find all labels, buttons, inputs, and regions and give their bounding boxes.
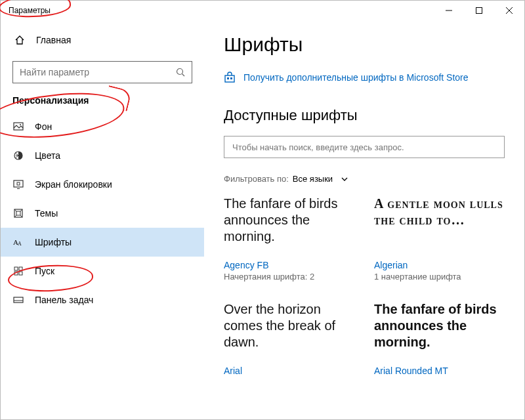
nav-list: ФонЦветаЭкран блокировкиТемыAAШрифтыПуск… (1, 112, 204, 314)
svg-rect-19 (19, 272, 22, 275)
home-label: Главная (36, 35, 71, 45)
font-name: Agency FB (224, 260, 354, 270)
font-card[interactable]: Over the horizon comes the break of dawn… (224, 301, 354, 377)
filter-label: Фильтровать по: (224, 174, 289, 184)
search-icon (176, 68, 185, 77)
font-meta: 1 начертание шрифта (374, 272, 505, 282)
svg-rect-11 (17, 182, 20, 185)
svg-rect-20 (14, 297, 23, 303)
svg-rect-17 (19, 267, 22, 270)
nav-item-label: Экран блокировки (35, 179, 112, 190)
nav-item[interactable]: Панель задач (1, 285, 204, 314)
filter-row[interactable]: Фильтровать по: Все языки (224, 174, 505, 184)
page-title: Шрифты (224, 33, 505, 56)
nav-item[interactable]: Цвета (1, 141, 204, 170)
font-name: Arial (224, 366, 354, 376)
svg-rect-1 (476, 8, 482, 14)
font-sample: The fanfare of birds announces the morni… (374, 301, 505, 359)
nav-item-label: Пуск (35, 266, 54, 276)
nav-item-label: Фон (35, 121, 52, 132)
font-card[interactable]: A gentle moon lulls the child to…Algeria… (374, 196, 505, 282)
sidebar: Главная Персонализация ФонЦветаЭкран бло… (1, 20, 204, 419)
category-title: Персонализация (1, 95, 204, 106)
nav-icon (12, 179, 24, 190)
nav-item[interactable]: Пуск (1, 257, 204, 285)
nav-icon (12, 208, 24, 219)
nav-icon (12, 295, 24, 305)
titlebar: Параметры (1, 1, 524, 20)
nav-item-label: Шрифты (35, 237, 72, 247)
store-link-label: Получить дополнительные шрифты в Microso… (243, 72, 469, 83)
window-controls (434, 1, 524, 20)
svg-rect-10 (17, 188, 20, 189)
filter-value: Все языки (293, 174, 333, 184)
settings-window: Параметры Главная Персонализация ФонЦве (0, 0, 525, 420)
font-name: Arial Rounded MT (374, 366, 505, 376)
font-grid: The fanfare of birds announces the morni… (224, 196, 505, 377)
nav-icon (12, 266, 24, 276)
font-name: Algerian (374, 260, 505, 270)
nav-item[interactable]: Темы (1, 199, 204, 228)
nav-icon (12, 150, 24, 161)
font-sample: A gentle moon lulls the child to… (374, 196, 505, 253)
nav-item-label: Цвета (35, 150, 60, 161)
svg-text:A: A (18, 241, 22, 247)
font-meta: Начертания шрифта: 2 (224, 272, 354, 282)
font-sample: Over the horizon comes the break of dawn… (224, 301, 354, 359)
nav-item[interactable]: Фон (1, 112, 204, 141)
svg-rect-13 (16, 211, 20, 215)
home-button[interactable]: Главная (1, 27, 204, 53)
svg-rect-24 (230, 77, 232, 79)
section-title: Доступные шрифты (224, 107, 505, 124)
svg-point-7 (20, 124, 21, 125)
get-more-fonts-link[interactable]: Получить дополнительные шрифты в Microso… (224, 72, 505, 83)
search-input[interactable] (20, 67, 176, 77)
font-card[interactable]: The fanfare of birds announces the morni… (224, 196, 354, 282)
font-search-box[interactable]: Чтобы начать поиск, введите здесь запрос… (224, 136, 505, 158)
nav-icon (12, 121, 24, 132)
search-settings[interactable] (12, 61, 192, 83)
nav-item-label: Темы (35, 208, 58, 219)
close-button[interactable] (494, 1, 524, 20)
font-sample: The fanfare of birds announces the morni… (224, 196, 354, 253)
font-card[interactable]: The fanfare of birds announces the morni… (374, 301, 505, 377)
maximize-button[interactable] (464, 1, 494, 20)
window-title: Параметры (9, 6, 51, 15)
nav-icon: AA (12, 237, 24, 247)
home-icon (14, 35, 26, 45)
svg-rect-22 (225, 75, 234, 82)
svg-rect-18 (14, 272, 18, 275)
nav-item[interactable]: Экран блокировки (1, 170, 204, 199)
svg-point-4 (177, 69, 183, 75)
store-icon (224, 72, 236, 83)
minimize-button[interactable] (434, 1, 464, 20)
chevron-down-icon (341, 175, 348, 183)
nav-item[interactable]: AAШрифты (1, 228, 204, 257)
svg-line-5 (182, 74, 185, 77)
svg-rect-16 (14, 267, 18, 270)
font-search-placeholder: Чтобы начать поиск, введите здесь запрос… (232, 142, 404, 152)
svg-rect-9 (14, 180, 23, 187)
svg-rect-23 (227, 77, 229, 79)
main-pane: Шрифты Получить дополнительные шрифты в … (204, 20, 524, 419)
nav-item-label: Панель задач (35, 295, 93, 305)
